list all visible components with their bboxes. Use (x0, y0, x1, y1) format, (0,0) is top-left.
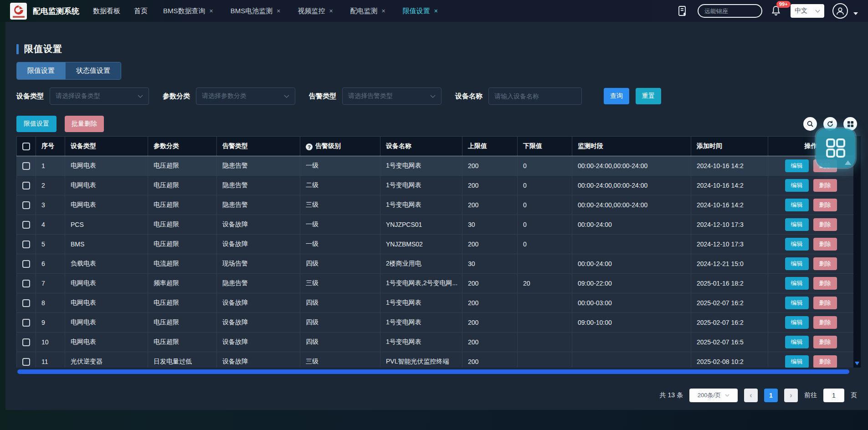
row-checkbox[interactable] (22, 260, 30, 268)
row-checkbox[interactable] (22, 338, 30, 346)
table-row: 3电网电表电压超限隐患告警三级1号变电网表200000:00-24:00,00:… (17, 195, 854, 215)
delete-button[interactable]: 删除 (813, 199, 837, 211)
cell-monitorperiod: 00:00-24:00,00:00-24:00 (572, 156, 691, 176)
cell-addedtime: 2025-02-07 16:2 (691, 293, 768, 313)
row-checkbox[interactable] (22, 221, 30, 229)
device-name-input[interactable] (494, 92, 576, 100)
filter-select[interactable]: 请选择告警类型 (342, 87, 442, 105)
batch-delete-button[interactable]: 批量删除 (65, 116, 104, 132)
cell-devicetype: 负载电表 (65, 254, 148, 274)
row-checkbox[interactable] (22, 241, 30, 248)
row-checkbox[interactable] (22, 299, 30, 307)
page-subtab[interactable]: 限值设置 (17, 62, 66, 79)
current-page-button[interactable]: 1 (764, 389, 778, 402)
cell-seq: 3 (36, 195, 65, 215)
close-icon[interactable]: × (329, 7, 333, 15)
column-header-devicename: 设备名称 (380, 137, 462, 156)
cell-addedtime: 2025-02-07 16:2 (691, 313, 768, 333)
cell-cb (17, 313, 36, 333)
nav-tab[interactable]: BMS数据查询× (163, 7, 213, 15)
goto-page-input[interactable] (823, 389, 844, 402)
page-size-select[interactable]: 200条/页 (689, 389, 738, 402)
nav-tab[interactable]: 限值设置× (403, 7, 438, 15)
edit-button[interactable]: 编辑 (785, 297, 809, 309)
nav-tab-label: 限值设置 (403, 7, 430, 15)
close-icon[interactable]: × (434, 7, 438, 15)
reset-button[interactable]: 重置 (636, 88, 661, 104)
edit-button[interactable]: 编辑 (785, 238, 809, 251)
scroll-top-icon[interactable] (845, 160, 851, 165)
delete-button[interactable]: 删除 (813, 355, 837, 368)
delete-button[interactable]: 删除 (813, 316, 837, 329)
delete-button[interactable]: 删除 (813, 336, 837, 348)
edit-button[interactable]: 编辑 (785, 336, 809, 348)
row-checkbox[interactable] (22, 182, 30, 189)
floating-grid-widget[interactable] (816, 128, 855, 168)
delete-button[interactable]: 删除 (813, 179, 837, 192)
close-icon[interactable]: × (382, 7, 385, 15)
vertical-scrollbar[interactable] (853, 136, 861, 368)
edit-button[interactable]: 编辑 (785, 316, 809, 329)
cell-lowerlimit: 0 (518, 176, 572, 195)
edit-button[interactable]: 编辑 (785, 218, 809, 231)
close-icon[interactable]: × (210, 7, 213, 15)
prev-page-button[interactable]: ‹ (744, 389, 758, 402)
cell-devicetype: 电网电表 (65, 274, 148, 293)
row-checkbox[interactable] (22, 201, 30, 209)
query-button[interactable]: 查询 (604, 88, 629, 104)
row-checkbox[interactable] (22, 162, 30, 170)
notification-bell[interactable]: 99+ (770, 5, 782, 17)
notification-badge: 99+ (776, 1, 791, 8)
scroll-down-icon[interactable] (855, 362, 859, 365)
cell-lowerlimit: 20 (518, 274, 572, 293)
language-select[interactable]: 中文 (791, 4, 824, 18)
row-checkbox[interactable] (22, 319, 30, 327)
report-icon[interactable] (676, 4, 689, 18)
delete-button[interactable]: 删除 (813, 218, 837, 231)
delete-button[interactable]: 删除 (813, 297, 837, 309)
filter-select[interactable]: 请选择参数分类 (196, 87, 295, 105)
cell-alarmtype: 设备故障 (217, 313, 300, 333)
edit-button[interactable]: 编辑 (785, 257, 809, 270)
help-icon[interactable]: ? (306, 143, 313, 150)
cell-devicename: 2楼商业用电 (380, 254, 462, 274)
column-header-upperlimit: 上限值 (462, 137, 518, 156)
delete-button[interactable]: 删除 (813, 277, 837, 290)
horizontal-scrollbar[interactable] (17, 369, 849, 374)
table-search-icon[interactable] (803, 117, 817, 131)
next-page-button[interactable]: › (784, 389, 798, 402)
nav-menu-item[interactable]: 数据看板 (93, 7, 120, 15)
title-row: 限值设置 (16, 43, 857, 55)
select-all-checkbox[interactable] (22, 143, 30, 150)
cell-seq: 7 (36, 274, 65, 293)
edit-button[interactable]: 编辑 (785, 199, 809, 211)
nav-tab[interactable]: BMS电池监测× (231, 7, 281, 15)
cell-paramcategory: 电压超限 (148, 156, 217, 176)
filter-select[interactable]: 请选择设备类型 (50, 87, 149, 105)
user-menu-caret-icon[interactable] (853, 12, 858, 15)
cell-addedtime: 2024-10-16 14:2 (691, 195, 768, 215)
cell-cb (17, 333, 36, 352)
delete-button[interactable]: 删除 (813, 238, 837, 251)
cell-alarmlevel: 四级 (300, 254, 380, 274)
column-header-addedtime: 添加时间 (691, 137, 768, 156)
nav-tab[interactable]: 视频监控× (298, 7, 333, 15)
user-avatar[interactable] (832, 3, 848, 19)
global-search-input[interactable] (704, 8, 755, 15)
page-subtab[interactable]: 状态值设置 (66, 62, 121, 79)
cell-devicetype: 电网电表 (65, 293, 148, 313)
column-header-paramcategory: 参数分类 (148, 137, 217, 156)
nav-tab[interactable]: 配电监测× (350, 7, 385, 15)
row-checkbox[interactable] (22, 358, 30, 366)
edit-button[interactable]: 编辑 (785, 179, 809, 192)
close-icon[interactable]: × (277, 7, 280, 15)
edit-button[interactable]: 编辑 (785, 277, 809, 290)
main-panel: 限值设置 限值设置状态值设置 设备类型请选择设备类型参数分类请选择参数分类告警类… (5, 22, 868, 410)
edit-button[interactable]: 编辑 (785, 355, 809, 368)
nav-menu-item[interactable]: 首页 (134, 7, 148, 15)
row-checkbox[interactable] (22, 280, 30, 287)
delete-button[interactable]: 删除 (813, 257, 837, 270)
limit-set-button[interactable]: 限值设置 (16, 116, 56, 132)
edit-button[interactable]: 编辑 (785, 159, 809, 172)
cell-paramcategory: 电流超限 (148, 254, 217, 274)
